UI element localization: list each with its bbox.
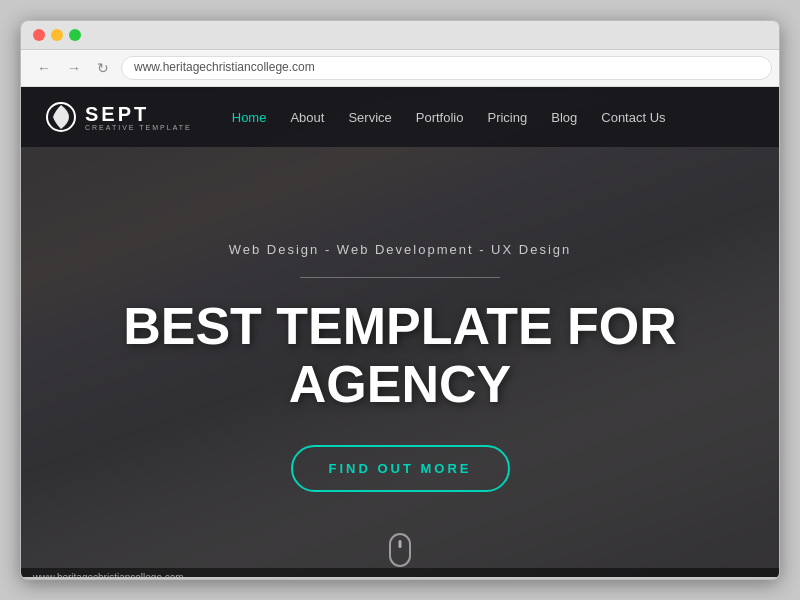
nav-item-service[interactable]: Service (348, 108, 391, 126)
cta-button[interactable]: FIND OUT MORE (291, 445, 510, 492)
hero-title-line1: BEST TEMPLATE FOR (123, 297, 677, 355)
nav-link-home[interactable]: Home (232, 110, 267, 125)
scroll-mouse (389, 533, 411, 567)
footer-url: www.heritagechristiancollege.com (33, 572, 184, 577)
browser-toolbar: ← → ↻ www.heritagechristiancollege.com ☆… (21, 50, 780, 87)
logo-text: SEPT CREATIVE TEMPLATE (85, 104, 192, 131)
browser-chrome: ← → ↻ www.heritagechristiancollege.com ☆… (21, 21, 780, 87)
scroll-wheel (399, 540, 402, 548)
back-button[interactable]: ← (33, 58, 55, 78)
back-icon: ← (37, 60, 51, 76)
traffic-light-yellow[interactable] (51, 29, 63, 41)
nav-item-about[interactable]: About (290, 108, 324, 126)
nav-item-blog[interactable]: Blog (551, 108, 577, 126)
hero-title-line2: AGENCY (289, 355, 511, 413)
hero-divider (300, 277, 500, 278)
forward-button[interactable]: → (63, 58, 85, 78)
scroll-indicator (389, 533, 411, 567)
refresh-button[interactable]: ↻ (93, 58, 113, 78)
logo-area: SEPT CREATIVE TEMPLATE (45, 101, 192, 133)
footer-bar: www.heritagechristiancollege.com (21, 568, 779, 577)
nav-link-pricing[interactable]: Pricing (487, 110, 527, 125)
nav-link-contact[interactable]: Contact Us (601, 110, 665, 125)
hero-content: Web Design - Web Development - UX Design… (21, 147, 779, 577)
nav-link-portfolio[interactable]: Portfolio (416, 110, 464, 125)
refresh-icon: ↻ (97, 60, 109, 76)
forward-icon: → (67, 60, 81, 76)
nav-item-home[interactable]: Home (232, 108, 267, 126)
nav-links: Home About Service Portfolio Pricing Blo… (232, 108, 666, 126)
nav-item-pricing[interactable]: Pricing (487, 108, 527, 126)
address-bar[interactable]: www.heritagechristiancollege.com (121, 56, 772, 80)
nav-link-blog[interactable]: Blog (551, 110, 577, 125)
logo-subtitle: CREATIVE TEMPLATE (85, 124, 192, 131)
hero-subtitle: Web Design - Web Development - UX Design (229, 242, 572, 257)
browser-titlebar (21, 21, 780, 50)
nav-link-about[interactable]: About (290, 110, 324, 125)
logo-name: SEPT (85, 104, 192, 124)
hero-title: BEST TEMPLATE FOR AGENCY (123, 298, 677, 412)
browser-window: ← → ↻ www.heritagechristiancollege.com ☆… (20, 20, 780, 580)
navbar: SEPT CREATIVE TEMPLATE Home About Servic… (21, 87, 779, 147)
traffic-light-green[interactable] (69, 29, 81, 41)
website: SEPT CREATIVE TEMPLATE Home About Servic… (21, 87, 779, 577)
browser-content-area: SEPT CREATIVE TEMPLATE Home About Servic… (21, 87, 779, 577)
logo-icon (45, 101, 77, 133)
outer-wrapper: ← → ↻ www.heritagechristiancollege.com ☆… (0, 0, 800, 600)
nav-item-portfolio[interactable]: Portfolio (416, 108, 464, 126)
nav-item-contact[interactable]: Contact Us (601, 108, 665, 126)
traffic-light-red[interactable] (33, 29, 45, 41)
nav-link-service[interactable]: Service (348, 110, 391, 125)
